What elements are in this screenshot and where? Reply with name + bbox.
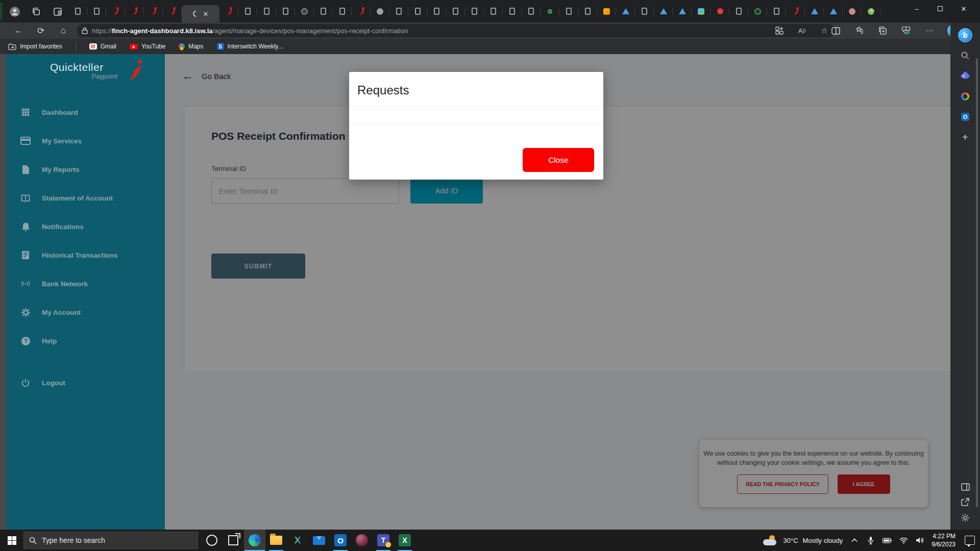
tab-3[interactable] <box>106 0 125 22</box>
weather-widget[interactable]: 30°C Mostly cloudy <box>763 535 843 545</box>
taskbar-search[interactable]: Type here to search <box>23 532 198 549</box>
sidebar-item-my-services[interactable]: My Services <box>6 127 165 155</box>
open-external-icon[interactable] <box>961 498 969 506</box>
profile-avatar[interactable] <box>7 4 22 19</box>
tab-5[interactable] <box>144 0 163 22</box>
action-center-icon[interactable] <box>965 536 975 545</box>
tab-41[interactable] <box>843 0 862 22</box>
tab-1[interactable] <box>68 0 87 22</box>
rail-scrollbar[interactable] <box>976 58 978 507</box>
tab-17[interactable] <box>389 0 408 22</box>
tray-chevron-icon[interactable] <box>850 536 859 545</box>
tab-30[interactable] <box>635 0 654 22</box>
add-icon[interactable]: + <box>958 130 973 145</box>
taskbar-clock[interactable]: 4:22 PM 9/6/2023 <box>932 532 955 548</box>
tab-20[interactable] <box>446 0 465 22</box>
browser-essentials-icon[interactable] <box>900 25 912 36</box>
back-button[interactable]: ← <box>11 24 26 37</box>
taskbar-app-outlook[interactable]: O <box>330 530 351 551</box>
side-panel-icon[interactable] <box>961 483 970 491</box>
sidebar-item-notifications[interactable]: Notifications <box>6 212 165 241</box>
tab-23[interactable] <box>503 0 522 22</box>
tab-6[interactable] <box>163 0 182 22</box>
start-button[interactable] <box>0 530 23 551</box>
taskbar-app-mail[interactable] <box>308 530 330 551</box>
wifi-icon[interactable] <box>899 536 908 545</box>
workspaces-grid-icon[interactable] <box>774 25 785 36</box>
taskbar-app-excel[interactable]: X <box>394 530 415 551</box>
shopping-icon[interactable] <box>958 68 973 84</box>
tab-13[interactable] <box>314 0 333 22</box>
refresh-button[interactable]: ⟳ <box>34 24 48 37</box>
tab-40[interactable] <box>824 0 843 22</box>
taskbar-app-sphere-app[interactable] <box>351 530 373 551</box>
collections-icon[interactable] <box>853 25 865 36</box>
favorite-maps[interactable]: Maps <box>179 43 203 50</box>
tab-active[interactable]: ✕ <box>182 5 219 22</box>
split-screen-icon[interactable] <box>830 25 841 36</box>
tab-21[interactable] <box>465 0 484 22</box>
tab-29[interactable] <box>616 0 635 22</box>
cortana-button[interactable] <box>201 530 223 551</box>
copilot-icon[interactable]: b <box>958 28 973 43</box>
address-bar[interactable]: https://finch-agent-dashboard.k8.isw.la/… <box>77 24 835 37</box>
tab-27[interactable] <box>578 0 597 22</box>
favorite-youtube[interactable]: YouTube <box>130 43 165 50</box>
favorite-star-icon[interactable]: ☆ <box>819 25 830 36</box>
tab-8[interactable] <box>219 0 238 22</box>
sidebar-item-statement-of-account[interactable]: Statement of Account <box>6 184 165 212</box>
taskbar-app-x-app[interactable]: X <box>287 530 308 551</box>
tab-close-icon[interactable]: ✕ <box>203 11 209 17</box>
favorite-gmail[interactable]: MGmail <box>89 43 116 50</box>
tab-11[interactable] <box>276 0 295 22</box>
tab-31[interactable] <box>654 0 673 22</box>
tab-15[interactable] <box>352 0 371 22</box>
tab-35[interactable] <box>729 0 748 22</box>
read-aloud-icon[interactable]: A)) <box>796 25 807 36</box>
tab-25[interactable] <box>541 0 559 22</box>
tab-12[interactable] <box>295 0 314 22</box>
tab-2[interactable] <box>87 0 106 22</box>
sidebar-item-my-reports[interactable]: My Reports <box>6 155 165 184</box>
sidebar-item-historical-transactions[interactable]: Historical Transactions <box>6 241 165 269</box>
outlook-icon[interactable]: O <box>958 109 973 124</box>
modal-close-button[interactable]: Close <box>523 148 594 172</box>
window-maximize-button[interactable] <box>929 0 951 17</box>
tab-34[interactable] <box>710 0 729 22</box>
tab-24[interactable] <box>522 0 541 22</box>
tab-18[interactable] <box>408 0 427 22</box>
settings-gear-icon[interactable] <box>961 513 970 522</box>
favorite-interswitch-weekly[interactable]: SInterswitch Weekly... <box>217 43 283 50</box>
microphone-icon[interactable] <box>866 536 875 545</box>
tab-19[interactable] <box>427 0 446 22</box>
taskbar-app-file-explorer[interactable] <box>265 530 287 551</box>
tab-37[interactable] <box>767 0 786 22</box>
volume-icon[interactable] <box>915 536 924 545</box>
sidebar-item-logout[interactable]: Logout <box>6 368 165 397</box>
battery-icon[interactable] <box>883 536 892 545</box>
add-to-collections-icon[interactable] <box>877 25 888 36</box>
favorite-import-favorites[interactable]: Import favorites <box>8 42 62 51</box>
taskbar-app-edge[interactable] <box>244 530 265 551</box>
new-tab-button[interactable]: + <box>869 5 875 17</box>
tab-9[interactable] <box>238 0 257 22</box>
sidebar-item-dashboard[interactable]: Dashboard <box>6 98 165 127</box>
tab-33[interactable] <box>692 0 710 22</box>
tab-32[interactable] <box>673 0 692 22</box>
window-close-button[interactable]: ✕ <box>952 0 975 17</box>
tab-22[interactable] <box>484 0 503 22</box>
task-view-button[interactable] <box>223 530 244 551</box>
microsoft365-icon[interactable] <box>958 89 973 104</box>
tab-actions-menu[interactable] <box>29 4 44 19</box>
tab-14[interactable] <box>333 0 352 22</box>
tab-4[interactable] <box>125 0 144 22</box>
home-button[interactable]: ⌂ <box>56 24 70 37</box>
tab-38[interactable] <box>786 0 805 22</box>
tab-39[interactable] <box>805 0 824 22</box>
window-minimize-button[interactable]: – <box>905 0 928 17</box>
search-icon[interactable] <box>958 48 973 63</box>
settings-menu-icon[interactable]: ⋯ <box>924 25 935 36</box>
workspaces-icon[interactable] <box>50 4 65 19</box>
sidebar-item-bank-network[interactable]: Bank Network <box>6 269 165 298</box>
taskbar-app-teams[interactable]: T <box>373 530 394 551</box>
